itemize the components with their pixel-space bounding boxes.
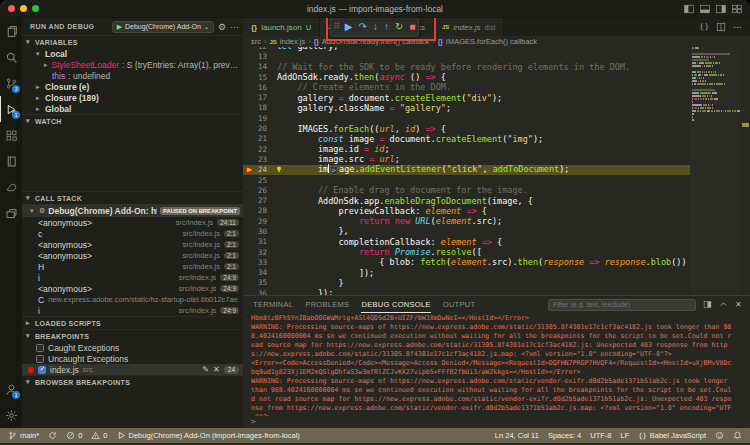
maximize-panel-icon[interactable] [719,300,728,309]
console-prompt[interactable]: > [251,417,256,426]
stack-frame[interactable]: isrc/index.js24:9 [22,305,243,316]
minimize-window-icon[interactable] [20,5,27,12]
code-line-15[interactable]: 15 AddOnSdk.ready.then(async () => { [243,72,750,82]
customize-layout-icon[interactable] [732,4,742,14]
activity-item-accounts[interactable]: 1 [0,376,22,402]
editor-tab-index-js[interactable]: JSindex.jsdist [434,18,504,36]
code-line-17[interactable]: 17 gallery = document.createElement("div… [243,92,750,102]
code-line-34[interactable]: 34 ]); [243,268,750,278]
section-header[interactable]: ▾VARIABLES [22,36,243,48]
eol[interactable]: LF [621,431,630,440]
code-line-18[interactable]: 18 gallery.className = "gallery"; [243,103,750,113]
errors-status[interactable]: 0 [66,431,82,440]
open-console-editor-icon[interactable] [703,300,712,309]
activity-item-addon-tool[interactable] [0,174,22,200]
stack-frame[interactable]: <anonymous>src/index.js24:11 [22,217,243,228]
breadcrumb-item[interactable]: IMAGES.forEach() callback [446,37,537,46]
debug-status[interactable]: Debug(Chrome) Add-On (import-images-from… [117,431,300,440]
step-over-button[interactable]: ↷ [359,22,367,32]
scope-local[interactable]: ▾Local [22,48,243,59]
zoom-window-icon[interactable] [32,5,39,12]
breadcrumb-item[interactable]: AddOnSdk.ready.then() callback [322,37,429,46]
lightbulb-icon[interactable] [275,165,283,174]
more-editor-actions-icon[interactable]: ⋯ [733,22,742,32]
variable-row[interactable]: this: undefined [22,70,243,81]
breakpoint-row[interactable]: Caught Exceptions [22,342,243,353]
remove-breakpoint-icon[interactable]: ✕ [213,365,220,374]
stack-frame[interactable]: isrc/index.js24:9 [22,272,243,283]
code-line-26[interactable]: 26 // Enable drag to document for the im… [243,185,750,195]
code-line-31[interactable]: 31 completionCallback: element => { [243,237,750,247]
more-actions-icon[interactable]: ··· [230,22,239,32]
scope-row[interactable]: ▸Closure (e) [22,81,243,92]
branch-status[interactable]: main* [8,431,39,440]
notifications[interactable] [733,431,742,440]
language-mode[interactable]: {}Babel JavaScript [638,431,706,440]
scope-row[interactable]: ▸Global [22,103,243,114]
toggle-sidebar-icon[interactable] [684,4,694,14]
launch-config-dropdown[interactable]: ▶ Debug(Chrome) Add-On ⌄ [112,21,214,33]
drag-handle[interactable]: ⠿ [334,23,339,31]
console-filter-input[interactable] [548,299,696,311]
continue-button[interactable]: ▶ [345,22,353,32]
warnings-status[interactable]: 0 [91,431,107,440]
activity-item-notebook[interactable] [0,148,22,174]
breakpoint-checkbox[interactable] [36,344,44,352]
debug-session-row[interactable]: ▾⚙Debug(Chrome) Add-On: https://ne…PAUSE… [22,204,243,217]
code-line-21[interactable]: 21 const image = document.createElement(… [243,134,750,144]
stack-frame[interactable]: <anonymous>src/index.js2:1 [22,239,243,250]
code-line-19[interactable]: 19 [243,113,750,123]
breakpoint-row[interactable]: Uncaught Exceptions [22,353,243,364]
breadcrumb-item[interactable]: src [251,37,261,46]
stack-frame[interactable]: <anonymous>src/index.js24:9 [22,283,243,294]
code-line-29[interactable]: 29 return new URL(element.src); [243,216,750,226]
step-into-button[interactable]: ↓ [373,22,378,32]
code-line-30[interactable]: 30 }, [243,226,750,236]
activity-item-run-and-debug[interactable]: 1 [0,96,22,122]
code-line-27[interactable]: 27 AddOnSdk.app.enableDragToDocument(ima… [243,195,750,205]
debug-console-output[interactable]: Hbm8tzBFh5YnIBabOOGWaMrtg+ASl4QD5d2B+UIZ… [251,314,734,416]
section-header[interactable]: ▾BREAKPOINTS [22,330,243,342]
variable-row[interactable]: ▸StyleSheetLoader: S {tryEntries: Array(… [22,59,243,70]
activity-item-extensions[interactable] [0,122,22,148]
scope-row[interactable]: ▸Closure (189) [22,92,243,103]
stop-button[interactable]: ■ [409,22,415,32]
activity-item-windows[interactable] [0,200,22,226]
breadcrumb-item[interactable]: index.js [280,37,305,46]
code-editor[interactable]: 12 let gallery; 13 14 // Wait for the SD… [243,47,750,295]
feedback[interactable] [715,431,724,440]
activity-item-settings[interactable] [0,402,22,428]
restart-button[interactable]: ↻ [395,22,403,32]
stack-frame[interactable]: Hsrc/index.js2:1 [22,261,243,272]
toggle-panel-icon[interactable] [700,4,710,14]
encoding[interactable]: UTF-8 [590,431,611,440]
panel-tab-problems[interactable]: PROBLEMS [305,296,349,313]
section-header[interactable]: ▾CALL STACK [22,192,243,204]
code-line-32[interactable]: 32 return Promise.resolve([ [243,247,750,257]
close-window-icon[interactable] [8,5,15,12]
traffic-lights[interactable] [0,5,39,12]
section-header[interactable]: ▸LOADED SCRIPTS [22,317,243,329]
activity-item-search[interactable] [0,44,22,70]
stack-frame[interactable]: <anonymous>src/index.js2:1 [22,250,243,261]
run-actions-icon[interactable]: () [699,23,709,32]
code-line-13[interactable]: 13 [243,51,750,61]
section-header[interactable]: ▾BROWSER BREAKPOINTS [22,376,243,388]
stack-frame[interactable]: csrc/index.js2:1 [22,228,243,239]
code-line-16[interactable]: 16 // Create elements in the DOM. [243,82,750,92]
code-line-25[interactable]: 25 [243,175,750,185]
panel-tab-debug-console[interactable]: DEBUG CONSOLE [361,296,430,313]
code-line-24[interactable]: ▶24 im▷age.addEventListener("click", add… [243,165,690,175]
section-header[interactable]: ▾WATCH [22,115,243,127]
debug-settings-gear-icon[interactable]: ⚙ [218,22,226,32]
code-line-20[interactable]: 20 IMAGES.forEach((url, id) => { [243,123,750,133]
code-line-28[interactable]: 28 previewCallback: element => { [243,206,750,216]
code-line-14[interactable]: 14 // Wait for the SDK to be ready befor… [243,62,750,72]
panel-tab-output[interactable]: OUTPUT [443,296,476,313]
code-line-35[interactable]: 35 } [243,278,750,288]
breakpoint-checkbox[interactable] [36,355,44,363]
stack-frame[interactable]: Cnew.express.adobe.com/static/hz-startup… [22,294,243,305]
cursor-position[interactable]: Ln 24, Col 11 [495,431,539,440]
activity-item-explorer[interactable] [0,18,22,44]
split-editor-icon[interactable] [716,22,726,32]
